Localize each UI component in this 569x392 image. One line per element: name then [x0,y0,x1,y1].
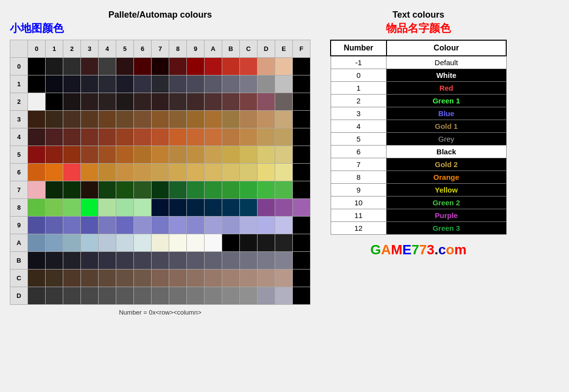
right-section: Text colours 物品名字颜色 Number Colour -1Defa… [330,10,507,258]
palette-cell-9-D [258,217,275,234]
palette-cell-9-5 [116,217,134,234]
palette-cell-2-F [293,93,310,111]
palette-cell-1-5 [116,75,134,93]
palette-cell-C-0 [28,270,46,287]
palette-chinese-title: 小地图颜色 [10,21,310,36]
palette-cell-C-3 [81,270,99,287]
palette-cell-7-E [275,181,293,199]
palette-cell-0-1 [46,58,63,75]
col-header-2: 2 [63,40,81,58]
palette-cell-B-5 [116,252,134,270]
palette-cell-C-9 [187,270,205,287]
palette-cell-A-E [275,234,293,252]
palette-cell-5-9 [187,146,205,164]
palette-cell-A-A [205,234,222,252]
palette-cell-5-B [222,146,240,164]
palette-cell-1-6 [134,75,152,93]
row-header-7: 7 [10,181,28,199]
palette-cell-D-7 [152,287,169,305]
text-colour-label: Green 2 [387,196,506,209]
palette-cell-5-7 [152,146,169,164]
palette-cell-3-1 [46,111,63,128]
palette-cell-8-5 [116,199,134,217]
palette-cell-2-0 [28,93,46,111]
palette-cell-5-F [293,146,310,164]
palette-cell-1-2 [63,75,81,93]
palette-cell-C-A [205,270,222,287]
palette-cell-D-8 [169,287,187,305]
palette-cell-C-D [258,270,275,287]
palette-cell-2-1 [46,93,63,111]
col-header-1: 1 [46,40,63,58]
palette-cell-9-E [275,217,293,234]
palette-cell-0-F [293,58,310,75]
row-header-6: 6 [10,164,28,181]
palette-cell-1-9 [187,75,205,93]
palette-cell-A-F [293,234,310,252]
palette-cell-9-1 [46,217,63,234]
palette-cell-6-C [240,164,258,181]
row-header-A: A [10,234,28,252]
palette-cell-3-3 [81,111,99,128]
row-header-0: 0 [10,58,28,75]
palette-cell-1-1 [46,75,63,93]
text-colour-number: 12 [331,222,387,235]
palette-cell-B-3 [81,252,99,270]
text-colour-number: 1 [331,82,387,95]
palette-cell-6-7 [152,164,169,181]
palette-cell-7-8 [169,181,187,199]
palette-cell-3-C [240,111,258,128]
text-colour-label: Gold 1 [387,120,506,133]
palette-cell-D-B [222,287,240,305]
palette-cell-D-2 [63,287,81,305]
palette-cell-D-E [275,287,293,305]
palette-cell-2-4 [99,93,116,111]
palette-cell-6-5 [116,164,134,181]
palette-cell-4-0 [28,128,46,146]
palette-cell-5-E [275,146,293,164]
palette-cell-3-E [275,111,293,128]
col-header-8: 8 [169,40,187,58]
palette-cell-1-8 [169,75,187,93]
palette-cell-B-6 [134,252,152,270]
text-colour-label: White [387,69,506,82]
palette-cell-7-6 [134,181,152,199]
col-header-A: A [205,40,222,58]
palette-cell-6-B [222,164,240,181]
palette-cell-6-9 [187,164,205,181]
palette-cell-C-F [293,270,310,287]
palette-cell-C-6 [134,270,152,287]
palette-cell-A-6 [134,234,152,252]
palette-cell-0-5 [116,58,134,75]
palette-cell-3-8 [169,111,187,128]
palette-cell-4-B [222,128,240,146]
palette-cell-A-9 [187,234,205,252]
palette-cell-A-0 [28,234,46,252]
col-header-3: 3 [81,40,99,58]
palette-cell-2-A [205,93,222,111]
palette-cell-1-A [205,75,222,93]
palette-cell-9-2 [63,217,81,234]
palette-cell-2-2 [63,93,81,111]
palette-cell-8-1 [46,199,63,217]
palette-cell-A-C [240,234,258,252]
palette-cell-C-8 [169,270,187,287]
palette-cell-A-1 [46,234,63,252]
palette-cell-2-5 [116,93,134,111]
palette-cell-A-8 [169,234,187,252]
palette-cell-8-E [275,199,293,217]
palette-cell-4-2 [63,128,81,146]
palette-cell-A-4 [99,234,116,252]
palette-cell-3-4 [99,111,116,128]
palette-cell-9-B [222,217,240,234]
palette-cell-7-A [205,181,222,199]
palette-cell-A-2 [63,234,81,252]
text-colour-label: Black [387,146,506,158]
palette-cell-1-4 [99,75,116,93]
col-header-D: D [258,40,275,58]
palette-cell-3-D [258,111,275,128]
palette-cell-5-C [240,146,258,164]
col-header-7: 7 [152,40,169,58]
text-colour-label: Blue [387,107,506,120]
palette-cell-A-D [258,234,275,252]
